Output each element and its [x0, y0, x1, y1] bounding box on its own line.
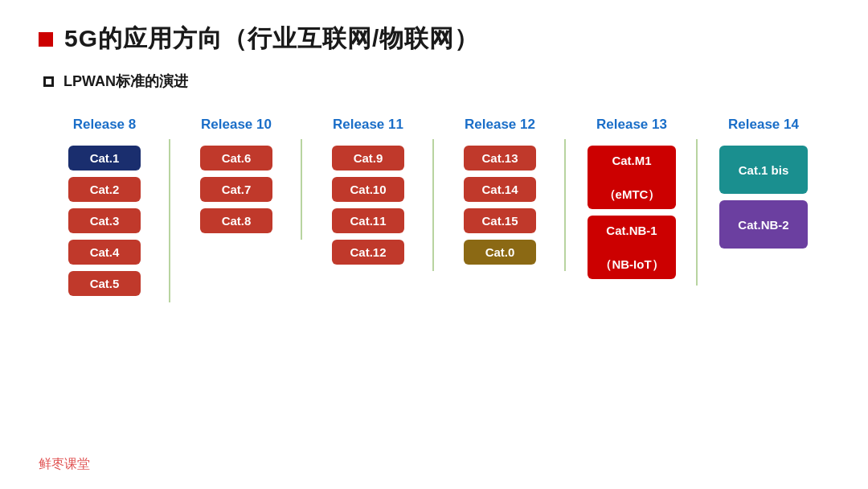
release-col-r11: Release 11Cat.9Cat.10Cat.11Cat.12 [302, 117, 434, 271]
cat-box-r11-0: Cat.9 [332, 146, 404, 171]
subtitle-icon [43, 76, 54, 87]
cat-box-r12-3: Cat.0 [464, 240, 536, 265]
cat-box-r8-2: Cat.3 [68, 208, 141, 233]
release-col-r14: Release 14Cat.1 bisCat.NB-2 [698, 117, 829, 255]
release-title-r12: Release 12 [465, 117, 535, 133]
cat-box-r14-0: Cat.1 bis [719, 146, 808, 194]
title-icon [39, 32, 53, 47]
cat-box-r8-4: Cat.5 [68, 271, 141, 296]
watermark: 鲜枣课堂 [39, 456, 90, 473]
subtitle: LPWAN标准的演进 [63, 72, 188, 91]
cat-box-r12-1: Cat.14 [464, 177, 536, 202]
cat-box-r10-1: Cat.7 [200, 177, 272, 202]
release-title-r11: Release 11 [333, 117, 403, 133]
subtitle-row: LPWAN标准的演进 [43, 72, 829, 91]
cat-box-r12-2: Cat.15 [464, 208, 536, 233]
cat-box-r8-3: Cat.4 [68, 240, 141, 265]
cat-box-r11-3: Cat.12 [332, 240, 404, 265]
release-columns: Release 8Cat.1Cat.2Cat.3Cat.4Cat.5Releas… [39, 117, 829, 302]
page-title: 5G的应用方向（行业互联网/物联网） [64, 23, 479, 55]
cat-box-r13-0: Cat.M1（eMTC） [588, 146, 676, 209]
cat-box-r8-1: Cat.2 [68, 177, 141, 202]
release-title-r14: Release 14 [728, 117, 799, 133]
release-title-r8: Release 8 [73, 117, 136, 133]
release-col-r10: Release 10Cat.6Cat.7Cat.8 [170, 117, 302, 240]
cat-box-r11-2: Cat.11 [332, 208, 404, 233]
cat-box-r13-1: Cat.NB-1（NB-IoT） [588, 216, 676, 279]
slide: 5G的应用方向（行业互联网/物联网） LPWAN标准的演进 Release 8C… [0, 0, 868, 489]
release-col-r13: Release 13Cat.M1（eMTC）Cat.NB-1（NB-IoT） [566, 117, 698, 286]
cat-box-r10-0: Cat.6 [200, 146, 272, 171]
release-col-r12: Release 12Cat.13Cat.14Cat.15Cat.0 [434, 117, 566, 271]
release-title-r10: Release 10 [201, 117, 272, 133]
cat-box-r11-1: Cat.10 [332, 177, 404, 202]
cat-box-r14-1: Cat.NB-2 [719, 200, 808, 249]
cat-box-r10-2: Cat.8 [200, 208, 272, 233]
title-row: 5G的应用方向（行业互联网/物联网） [39, 23, 829, 55]
cat-box-r12-0: Cat.13 [464, 146, 536, 171]
release-title-r13: Release 13 [596, 117, 667, 133]
release-col-r8: Release 8Cat.1Cat.2Cat.3Cat.4Cat.5 [39, 117, 170, 302]
cat-box-r8-0: Cat.1 [68, 146, 141, 171]
